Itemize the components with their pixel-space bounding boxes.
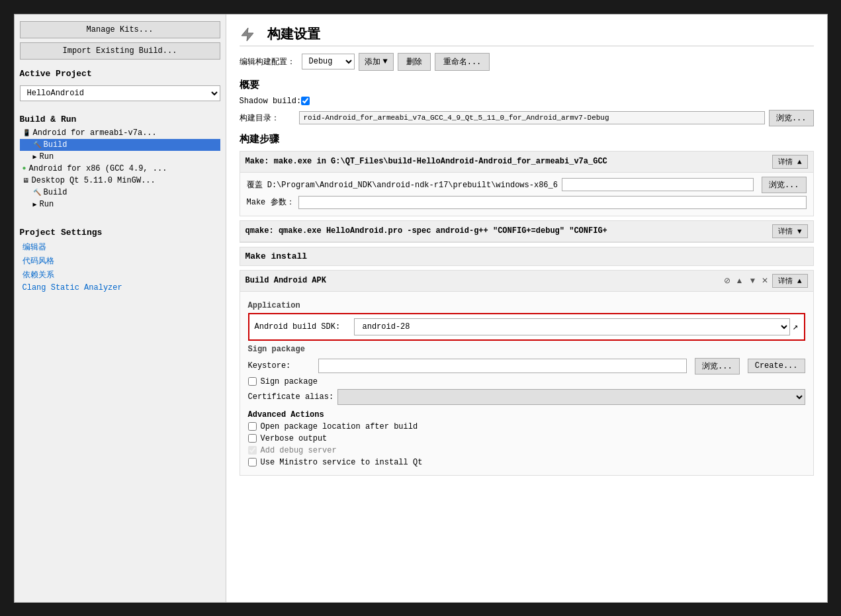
sign-package-label: Sign package	[248, 345, 805, 354]
sidebar: Manage Kits... Import Existing Build... …	[15, 15, 226, 602]
open-pkg-row: Open package location after build	[248, 422, 805, 431]
make-cover-input[interactable]	[562, 178, 754, 191]
desktop-qt-label: Desktop Qt 5.11.0 MinGW...	[32, 176, 155, 185]
delete-config-button[interactable]: 删除	[398, 53, 431, 71]
apk-body: Application Android build SDK: android-2…	[240, 292, 813, 475]
apk-title: Build Android APK	[245, 276, 326, 285]
settings-link-code-style[interactable]: 代码风格	[20, 254, 220, 268]
shadow-build-label: Shadow build:	[240, 97, 302, 106]
run-armeabi-label: Run	[40, 152, 54, 161]
shadow-build-row: Shadow build:	[240, 97, 814, 106]
active-project-select[interactable]: HelloAndroid	[20, 85, 220, 101]
make-step-title: Make: make.exe in G:\QT_Files\build-Hell…	[245, 157, 773, 166]
settings-link-dependencies[interactable]: 依赖关系	[20, 268, 220, 282]
sidebar-item-android-armeabi[interactable]: 📱 Android for armeabi-v7a...	[20, 127, 220, 139]
sign-section: Keystore: 浏览... Create... Sign package C…	[248, 358, 805, 405]
qmake-step-title: qmake: qmake.exe HelloAndroid.pro -spec …	[245, 226, 773, 236]
shadow-build-checkbox[interactable]	[301, 97, 310, 105]
run-icon: ▶	[33, 153, 37, 161]
keystore-label: Keystore:	[248, 361, 314, 371]
apk-header: Build Android APK ⊘ ▲ ▼ ✕ 详情 ▲	[240, 271, 813, 292]
settings-link-clang[interactable]: Clang Static Analyzer	[20, 282, 220, 294]
apk-up-button[interactable]: ▲	[734, 276, 745, 285]
make-params-label: Make 参数：	[247, 197, 294, 208]
qmake-detail-button[interactable]: 详情 ▼	[772, 224, 807, 238]
sign-package-check-row: Sign package	[248, 377, 805, 386]
add-debug-label: Add debug server	[261, 446, 337, 455]
make-detail-button[interactable]: 详情 ▲	[772, 155, 807, 169]
android-sdk-select[interactable]: android-28	[354, 318, 791, 335]
ministro-label: Use Ministro service to install Qt	[261, 458, 423, 467]
run-desktop-label: Run	[40, 200, 54, 209]
sidebar-item-android-x86[interactable]: ● Android for x86 (GCC 4.9, ...	[20, 163, 220, 175]
build-dir-browse-button[interactable]: 浏览...	[769, 110, 814, 126]
verbose-row: Verbose output	[248, 434, 805, 443]
add-config-button[interactable]: 添加 ▼	[359, 53, 394, 71]
hammer-title-icon	[240, 26, 255, 42]
sign-package-checkbox[interactable]	[248, 377, 257, 386]
keystore-row: Keystore: 浏览... Create...	[248, 358, 805, 374]
make-cover-row: 覆盖 D:\Program\Android_NDK\android-ndk-r1…	[247, 177, 807, 193]
build-dir-label: 构建目录：	[240, 112, 299, 124]
apk-disable-button[interactable]: ⊘	[723, 276, 732, 285]
keystore-input[interactable]	[318, 359, 687, 373]
apk-down-button[interactable]: ▼	[747, 276, 758, 285]
device-icon: 📱	[22, 129, 30, 137]
build-run-section: Build & Run 📱 Android for armeabi-v7a...…	[20, 109, 220, 210]
make-step-body: 覆盖 D:\Program\Android_NDK\android-ndk-r1…	[240, 173, 813, 216]
rename-config-button[interactable]: 重命名...	[435, 53, 490, 71]
ministro-checkbox[interactable]	[248, 458, 257, 466]
open-pkg-label: Open package location after build	[261, 422, 418, 431]
build-desktop-label: Build	[44, 188, 67, 197]
verbose-checkbox[interactable]	[248, 434, 257, 443]
sidebar-item-run-desktop[interactable]: ▶ Run	[20, 198, 220, 210]
qmake-step-block: qmake: qmake.exe HelloAndroid.pro -spec …	[240, 220, 814, 243]
build-dir-row: 构建目录： 浏览...	[240, 110, 814, 126]
verbose-label: Verbose output	[261, 434, 328, 443]
hammer-icon: 🔨	[33, 141, 41, 149]
sidebar-item-build-desktop[interactable]: 🔨 Build	[20, 187, 220, 198]
add-debug-row: Add debug server	[248, 446, 805, 455]
keystore-browse-button[interactable]: 浏览...	[695, 358, 740, 374]
hammer2-icon: 🔨	[33, 189, 41, 197]
make-cover-label: 覆盖 D:\Program\Android_NDK\android-ndk-r1…	[247, 179, 558, 191]
make-params-input[interactable]	[298, 196, 807, 209]
android-x86-label: Android for x86 (GCC 4.9, ...	[29, 164, 167, 173]
circle-icon: ●	[22, 165, 26, 172]
import-build-button[interactable]: Import Existing Build...	[20, 42, 220, 60]
cursor-icon: ↗	[793, 321, 798, 332]
apk-block: Build Android APK ⊘ ▲ ▼ ✕ 详情 ▲ Applicati…	[240, 270, 814, 476]
config-label: 编辑构建配置：	[240, 56, 295, 67]
android-sdk-row: Android build SDK: android-28 ↗	[248, 313, 805, 341]
make-step-header: Make: make.exe in G:\QT_Files\build-Hell…	[240, 152, 813, 173]
main-panel: 构建设置 编辑构建配置： Debug 添加 ▼ 删除 重命名... 概要 Sha…	[226, 15, 827, 602]
add-debug-checkbox[interactable]	[248, 446, 257, 455]
build-dir-input[interactable]	[299, 111, 765, 124]
desktop-icon: 🖥	[22, 177, 29, 185]
page-title: 构建设置	[240, 25, 814, 46]
create-button[interactable]: Create...	[748, 359, 805, 373]
build-armeabi-label: Build	[44, 140, 67, 150]
sidebar-item-run-armeabi[interactable]: ▶ Run	[20, 151, 220, 163]
build-steps-header: 构建步骤	[240, 133, 814, 146]
open-pkg-checkbox[interactable]	[248, 422, 257, 431]
sidebar-item-desktop-qt[interactable]: 🖥 Desktop Qt 5.11.0 MinGW...	[20, 175, 220, 187]
sign-package-check-label: Sign package	[261, 377, 318, 386]
config-select[interactable]: Debug	[302, 54, 355, 69]
cert-alias-row: Certificate alias:	[248, 389, 805, 405]
make-step-block: Make: make.exe in G:\QT_Files\build-Hell…	[240, 151, 814, 216]
cert-alias-select[interactable]	[337, 389, 805, 405]
cert-alias-label: Certificate alias:	[248, 392, 334, 402]
apk-close-button[interactable]: ✕	[760, 276, 770, 285]
make-cover-browse-button[interactable]: 浏览...	[762, 177, 807, 193]
project-settings-section: Project Settings 编辑器 代码风格 依赖关系 Clang Sta…	[20, 222, 220, 294]
sidebar-item-build-armeabi[interactable]: 🔨 Build	[20, 139, 220, 151]
qmake-step-header: qmake: qmake.exe HelloAndroid.pro -spec …	[240, 221, 813, 242]
android-sdk-label: Android build SDK:	[255, 322, 354, 331]
settings-link-editor[interactable]: 编辑器	[20, 240, 220, 254]
application-label: Application	[248, 301, 805, 310]
manage-kits-button[interactable]: Manage Kits...	[20, 21, 220, 38]
make-params-row: Make 参数：	[247, 196, 807, 209]
apk-detail-button[interactable]: 详情 ▲	[772, 274, 807, 288]
advanced-section: Advanced Actions Open package location a…	[248, 410, 805, 467]
